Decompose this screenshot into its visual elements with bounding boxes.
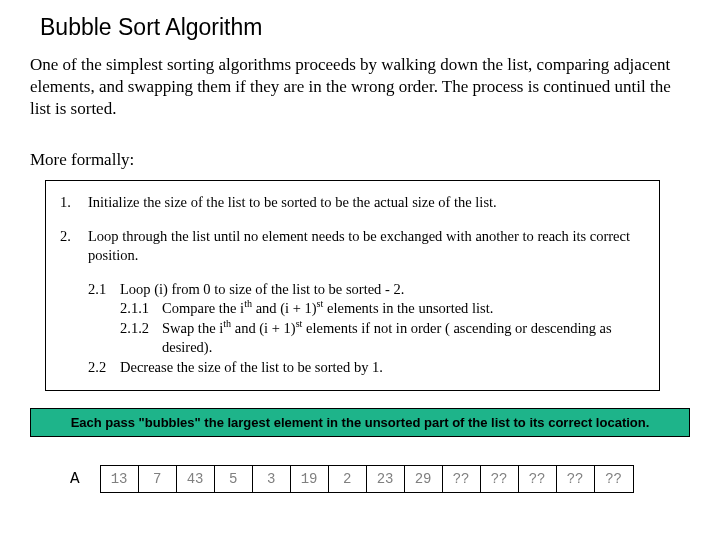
array-cell: 19 — [291, 466, 329, 492]
array-cell: 3 — [253, 466, 291, 492]
array-cell: 13 — [101, 466, 139, 492]
step-2-1-1-num: 2.1.1 — [120, 299, 162, 319]
intro-paragraph: One of the simplest sorting algorithms p… — [30, 54, 690, 120]
step-1-num: 1. — [60, 193, 88, 213]
array-cell: 2 — [329, 466, 367, 492]
formal-label: More formally: — [30, 150, 134, 170]
array-cell: ?? — [557, 466, 595, 492]
array-cell: 29 — [405, 466, 443, 492]
step-2-1-2-text: Swap the ith and (i + 1)st elements if n… — [162, 319, 645, 358]
step-2-num: 2. — [60, 227, 88, 266]
array-cell: ?? — [481, 466, 519, 492]
array-wrap: A 13 7 43 5 3 19 2 23 29 ?? ?? ?? ?? ?? — [70, 465, 634, 493]
array-cell: 43 — [177, 466, 215, 492]
step-2-1-text: Loop (i) from 0 to size of the list to b… — [120, 280, 645, 300]
step-2-text: Loop through the list until no element n… — [88, 227, 645, 266]
step-1-text: Initialize the size of the list to be so… — [88, 193, 645, 213]
array-cell: 7 — [139, 466, 177, 492]
steps-box: 1. Initialize the size of the list to be… — [45, 180, 660, 391]
step-2-1-2-num: 2.1.2 — [120, 319, 162, 358]
step-2-2-text: Decrease the size of the list to be sort… — [120, 358, 645, 378]
array: 13 7 43 5 3 19 2 23 29 ?? ?? ?? ?? ?? — [100, 465, 634, 493]
array-cell: ?? — [595, 466, 633, 492]
step-2-1-1-text: Compare the ith and (i + 1)st elements i… — [162, 299, 645, 319]
page-title: Bubble Sort Algorithm — [40, 14, 262, 41]
array-cell: 5 — [215, 466, 253, 492]
array-cell: ?? — [519, 466, 557, 492]
array-label: A — [70, 470, 80, 488]
array-cell: ?? — [443, 466, 481, 492]
step-2-1-num: 2.1 — [88, 280, 120, 300]
array-cell: 23 — [367, 466, 405, 492]
step-2-2-num: 2.2 — [88, 358, 120, 378]
callout-banner: Each pass "bubbles" the largest element … — [30, 408, 690, 437]
